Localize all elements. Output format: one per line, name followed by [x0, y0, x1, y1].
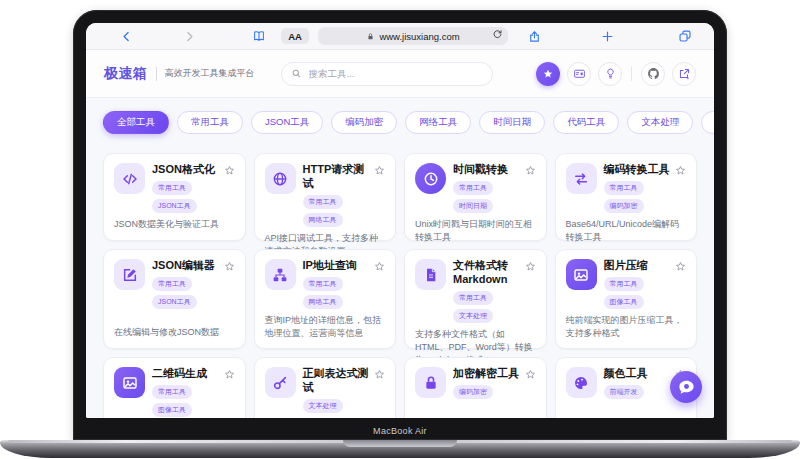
tool-tag[interactable]: 时间日期 [453, 199, 493, 213]
category-tab[interactable]: 时间日期 [479, 111, 545, 134]
tool-card[interactable]: JSON编辑器 常用工具JSON工具 在线编辑与修改JSON数据 [103, 249, 246, 349]
tool-card[interactable]: 加密解密工具 编码加密 [404, 357, 547, 418]
tool-tag[interactable]: 编码加密 [604, 199, 644, 213]
new-tab-plus-icon[interactable] [601, 30, 614, 43]
lightbulb-icon[interactable] [598, 62, 622, 86]
tool-title: 颜色工具 [604, 367, 675, 381]
favorite-star-icon[interactable] [223, 368, 236, 381]
favorite-star-icon[interactable] [524, 164, 537, 177]
favorite-star-icon[interactable] [373, 164, 386, 177]
tool-card[interactable]: JSON格式化 常用工具JSON工具 JSON数据美化与验证工具 [103, 153, 246, 241]
lock-icon [366, 32, 375, 41]
favorite-star-icon[interactable] [536, 62, 560, 86]
text-size-button[interactable]: AA [281, 28, 309, 44]
category-tab[interactable]: JSON工具 [251, 111, 323, 134]
tool-tag[interactable]: 网络工具 [303, 213, 343, 227]
category-tab[interactable]: 全部工具 [103, 111, 169, 134]
tool-tag[interactable]: JSON工具 [152, 295, 197, 309]
tool-tag[interactable]: 常用工具 [453, 181, 493, 195]
favorite-star-icon[interactable] [373, 260, 386, 273]
laptop-base [0, 440, 800, 458]
tool-card[interactable]: HTTP请求测试 常用工具网络工具 API接口调试工具，支持多种请求方法和参数设… [254, 153, 397, 241]
refresh-icon[interactable] [492, 29, 503, 42]
tool-tag[interactable]: 编码加密 [453, 385, 493, 399]
tool-title: 加密解密工具 [453, 367, 524, 381]
chat-bubble-icon [677, 378, 696, 397]
browser-toolbar: AA www.jisuxiang.com [86, 23, 714, 50]
tool-tag[interactable]: 常用工具 [604, 181, 644, 195]
tool-card[interactable]: 时间戳转换 常用工具时间日期 Unix时间戳与日期时间的互相转换工具 [404, 153, 547, 241]
tool-card[interactable]: 二维码生成 常用工具图像工具 [103, 357, 246, 418]
tool-tags: 常用工具文本处理 [453, 291, 524, 323]
laptop-screen: AA www.jisuxiang.com 极速箱 高效开发工具集成平台 [86, 23, 714, 418]
tool-tags: 编码加密 [453, 385, 524, 399]
tool-tags: 常用工具图像工具 [604, 277, 675, 309]
address-bar[interactable]: www.jisuxiang.com [318, 27, 508, 45]
tool-card[interactable]: 文件格式转Markdown 常用工具文本处理 支持多种文件格式（如HTML、PD… [404, 249, 547, 349]
actions-divider [631, 66, 632, 81]
github-icon[interactable] [641, 62, 665, 86]
favorite-star-icon[interactable] [524, 368, 537, 381]
site-header: 极速箱 高效开发工具集成平台 [86, 50, 714, 98]
tool-card[interactable]: 编码转换工具 常用工具编码加密 Base64/URL/Unicode编解码转换工… [555, 153, 698, 241]
chat-fab-button[interactable] [670, 371, 702, 403]
favorite-star-icon[interactable] [674, 164, 687, 177]
category-tab[interactable]: 常用工具 [177, 111, 243, 134]
tool-title: IP地址查询 [303, 259, 374, 273]
header-actions [536, 62, 696, 86]
tool-tags: 常用工具网络工具 [303, 277, 374, 309]
tool-card[interactable]: IP地址查询 常用工具网络工具 查询IP地址的详细信息，包括地理位置、运营商等信… [254, 249, 397, 349]
tool-title: 二维码生成 [152, 367, 223, 381]
tool-tag[interactable]: 前端开发 [604, 385, 644, 399]
tool-tag[interactable]: 文本处理 [303, 399, 343, 413]
tool-tag[interactable]: 图像工具 [604, 295, 644, 309]
search-icon [291, 68, 302, 79]
globe-icon [265, 163, 296, 194]
category-tab[interactable]: 代码工具 [553, 111, 619, 134]
category-tab[interactable]: 文本处理 [627, 111, 693, 134]
back-icon[interactable] [120, 30, 133, 43]
tool-tag[interactable]: 网络工具 [303, 295, 343, 309]
site-logo[interactable]: 极速箱 [104, 65, 148, 83]
tool-tag[interactable]: 常用工具 [152, 277, 192, 291]
external-link-icon[interactable] [672, 62, 696, 86]
tool-tag[interactable]: 常用工具 [152, 181, 192, 195]
tool-description: 查询IP地址的详细信息，包括地理位置、运营商等信息 [265, 309, 386, 340]
reading-list-book-icon[interactable] [252, 29, 266, 43]
tool-description: 在线编辑与修改JSON数据 [114, 321, 235, 339]
tab-overview-icon[interactable] [678, 29, 692, 43]
search-box[interactable] [281, 62, 493, 86]
category-tab[interactable]: 编码加密 [331, 111, 397, 134]
tool-card[interactable]: 图片压缩 常用工具图像工具 纯前端实现的图片压缩工具，支持多种格式 [555, 249, 698, 349]
tool-tags: 文本处理 [303, 399, 374, 413]
swap-icon [566, 163, 597, 194]
lock-icon [415, 367, 446, 398]
tool-tag[interactable]: 常用工具 [604, 277, 644, 291]
tool-tags: 常用工具图像工具 [152, 385, 223, 417]
category-tab[interactable]: 图像工具 [701, 111, 714, 134]
tool-title: 编码转换工具 [604, 163, 675, 177]
forward-icon[interactable] [183, 30, 196, 43]
tool-tag[interactable]: 常用工具 [453, 291, 493, 305]
tool-title: JSON格式化 [152, 163, 223, 177]
favorite-star-icon[interactable] [223, 260, 236, 273]
tool-tag[interactable]: 常用工具 [303, 195, 343, 209]
search-input[interactable] [307, 67, 483, 80]
site-tagline: 高效开发工具集成平台 [165, 67, 255, 80]
favorite-star-icon[interactable] [674, 260, 687, 273]
favorite-star-icon[interactable] [223, 164, 236, 177]
tool-tag[interactable]: 常用工具 [303, 277, 343, 291]
share-icon[interactable] [528, 30, 541, 43]
code-icon [114, 163, 145, 194]
favorite-star-icon[interactable] [524, 260, 537, 273]
tool-title: 时间戳转换 [453, 163, 524, 177]
id-card-icon[interactable] [567, 62, 591, 86]
network-icon [265, 259, 296, 290]
tool-card[interactable]: 正则表达式测试 文本处理 [254, 357, 397, 418]
tool-tag[interactable]: 常用工具 [152, 385, 192, 399]
tool-tag[interactable]: JSON工具 [152, 199, 197, 213]
tool-tag[interactable]: 文本处理 [453, 309, 493, 323]
category-tab[interactable]: 网络工具 [405, 111, 471, 134]
tool-tag[interactable]: 图像工具 [152, 403, 192, 417]
favorite-star-icon[interactable] [373, 368, 386, 381]
